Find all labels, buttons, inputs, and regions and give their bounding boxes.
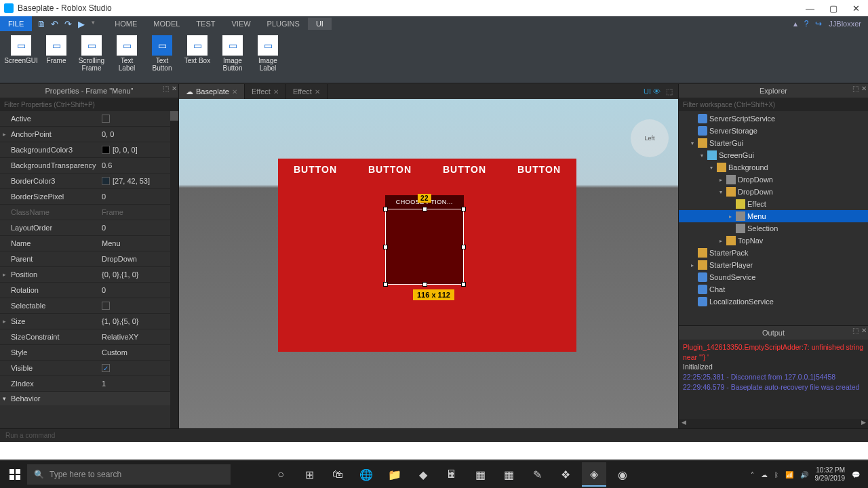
property-value[interactable]: ✓ (102, 364, 178, 372)
property-row-layoutorder[interactable]: LayoutOrder0 (0, 220, 178, 236)
cortana-icon[interactable]: ○ (269, 462, 293, 487)
notifications-icon[interactable]: 💬 (852, 471, 860, 479)
panel-close-icon[interactable]: ✕ (172, 85, 177, 92)
property-value[interactable]: 0 (102, 286, 178, 294)
close-button[interactable]: ✕ (852, 3, 860, 14)
command-bar[interactable]: Run a command (0, 428, 868, 442)
minimize-button[interactable]: — (806, 3, 814, 14)
doc-tab-effect[interactable]: Effect✕ (286, 84, 328, 99)
property-value[interactable] (102, 115, 178, 123)
resize-handle[interactable] (383, 282, 388, 287)
taskview-icon[interactable]: ⊞ (297, 462, 321, 487)
doc-tab-effect[interactable]: Effect✕ (245, 84, 286, 99)
ribbon-image-button[interactable]: ▭Image Button (216, 34, 250, 80)
tab-close-icon[interactable]: ✕ (232, 88, 237, 96)
calc-icon[interactable]: 🖩 (439, 462, 464, 487)
start-button[interactable] (3, 462, 27, 487)
properties-scrollbar[interactable] (170, 111, 178, 428)
property-row-backgroundcolor3[interactable]: BackgroundColor3[0, 0, 0] (0, 142, 178, 158)
resize-handle[interactable] (422, 207, 427, 211)
share-icon[interactable]: ↪ (815, 19, 822, 28)
property-row-visible[interactable]: Visible✓ (0, 361, 178, 376)
tree-expand-icon[interactable]: ▾ (701, 152, 707, 159)
checkbox[interactable] (102, 302, 110, 310)
tab-close-icon[interactable]: ✕ (273, 88, 279, 96)
tree-item-starterpack[interactable]: StarterPack (679, 247, 868, 259)
app-icon[interactable]: ▦ (468, 462, 492, 487)
menu-tab-ui[interactable]: UI (308, 18, 332, 30)
redo-icon[interactable]: ↷ (64, 19, 74, 28)
property-value[interactable]: 0 (102, 224, 178, 232)
tree-expand-icon[interactable]: ▾ (719, 189, 726, 195)
property-row-rotation[interactable]: Rotation0 (0, 283, 178, 298)
tree-item-screengui[interactable]: ▾ScreenGui (679, 149, 868, 161)
property-value[interactable] (102, 302, 178, 310)
tray-overflow-icon[interactable]: ˄ (751, 471, 754, 479)
property-row-selectable[interactable]: Selectable (0, 298, 178, 314)
tab-close-icon[interactable]: ✕ (315, 88, 320, 96)
wifi-icon[interactable]: 📶 (785, 471, 793, 479)
tree-expand-icon[interactable]: ▸ (719, 177, 726, 183)
roblox-icon[interactable]: ◆ (411, 462, 435, 487)
menu-tab-view[interactable]: VIEW (223, 18, 258, 30)
selected-frame-menu[interactable]: 116 x 112 (385, 209, 464, 285)
tree-item-effect[interactable]: Effect (679, 198, 868, 210)
resize-handle[interactable] (422, 282, 427, 287)
ribbon-image-label[interactable]: ▭Image Label (251, 34, 285, 80)
tree-expand-icon[interactable]: ▾ (691, 140, 698, 146)
checkbox[interactable]: ✓ (102, 364, 110, 372)
ribbon-text-box[interactable]: ▭Text Box (180, 34, 214, 80)
property-value[interactable]: [27, 42, 53] (102, 177, 178, 185)
viewport-3d[interactable]: Left BUTTONBUTTONBUTTONBUTTON CHOOSE PTI… (179, 99, 678, 428)
tree-item-serverscriptservice[interactable]: ServerScriptService (679, 113, 868, 125)
tree-item-selection[interactable]: Selection (679, 222, 868, 235)
doc-tab-baseplate[interactable]: ☁Baseplate✕ (179, 84, 245, 99)
help-icon[interactable]: ? (804, 19, 809, 28)
property-row-classname[interactable]: ClassNameFrame (0, 205, 178, 220)
camera-widget[interactable]: Left (631, 119, 669, 157)
property-value[interactable]: 0, 0 (102, 130, 178, 138)
property-row-anchorpoint[interactable]: ▸AnchorPoint0, 0 (0, 127, 178, 142)
property-row-zindex[interactable]: ZIndex1 (0, 376, 178, 392)
property-row-bordercolor3[interactable]: BorderColor3[27, 42, 53] (0, 174, 178, 189)
ribbon-scrolling-frame[interactable]: ▭Scrolling Frame (75, 34, 108, 80)
tree-item-topnav[interactable]: ▸TopNav (679, 235, 868, 247)
resize-handle[interactable] (461, 207, 466, 211)
tree-expand-icon[interactable]: ▸ (719, 238, 726, 244)
panel-pin-icon[interactable]: ⬚ (163, 85, 169, 92)
tree-expand-icon[interactable]: ▸ (729, 214, 736, 220)
tree-item-chat[interactable]: Chat (679, 283, 868, 296)
store-icon[interactable]: 🛍 (326, 462, 350, 487)
property-row-active[interactable]: Active (0, 111, 178, 127)
property-value[interactable]: 1 (102, 380, 178, 388)
ribbon-frame[interactable]: ▭Frame (39, 34, 73, 80)
property-value[interactable]: Custom (102, 348, 178, 357)
menu-tab-model[interactable]: MODEL (145, 18, 188, 30)
ribbon-text-button[interactable]: ▭Text Button (145, 34, 179, 80)
menu-tab-test[interactable]: TEST (188, 18, 223, 30)
ribbon-screengui[interactable]: ▭ScreenGUI (4, 34, 38, 80)
property-row-position[interactable]: ▸Position{0, 0},{1, 0} (0, 267, 178, 283)
property-value[interactable]: Menu (102, 239, 178, 247)
tree-item-dropdown[interactable]: ▾DropDown (679, 186, 868, 198)
property-value[interactable]: 0.6 (102, 161, 178, 169)
tree-item-background[interactable]: ▾Background (679, 161, 868, 174)
property-value[interactable]: 0 (102, 192, 178, 201)
property-value[interactable]: {1, 0},{5, 0} (102, 317, 178, 325)
panel-pin-icon[interactable]: ⬚ (852, 327, 859, 334)
property-value[interactable]: RelativeXY (102, 333, 178, 341)
obs-icon[interactable]: ◉ (610, 462, 635, 487)
tree-expand-icon[interactable]: ▾ (710, 165, 717, 171)
resize-handle[interactable] (383, 207, 388, 211)
tree-expand-icon[interactable]: ▸ (691, 262, 698, 268)
username[interactable]: JJBloxxer (829, 20, 861, 28)
ribbon-text-label[interactable]: ▭Text Label (110, 34, 144, 80)
menu-tab-home[interactable]: HOME (106, 18, 145, 30)
chrome-icon[interactable]: 🌐 (354, 462, 378, 487)
volume-icon[interactable]: 🔊 (800, 471, 808, 479)
property-row-name[interactable]: NameMenu (0, 236, 178, 251)
explorer-filter[interactable]: Filter workspace (Ctrl+Shift+X) (679, 98, 868, 111)
device-emulator-icon[interactable]: ⬚ (666, 87, 673, 96)
collapse-ribbon-icon[interactable]: ▴ (793, 19, 797, 28)
tree-item-dropdown[interactable]: ▸DropDown (679, 174, 868, 186)
